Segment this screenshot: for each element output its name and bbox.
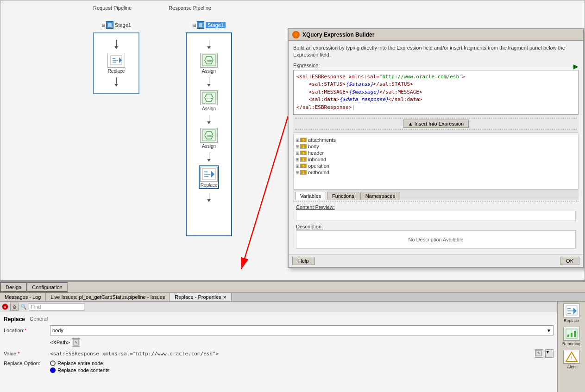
replace-sidebar-btn[interactable]: Replace — [563, 303, 580, 323]
response-pipeline-label: Response Pipeline — [169, 5, 211, 11]
svg-text:⟹: ⟹ — [207, 96, 212, 101]
assign2-node[interactable]: ⟹ Assign — [200, 90, 218, 111]
location-select[interactable]: body ▼ — [50, 325, 554, 335]
insert-into-expression-button[interactable]: ▲ Insert Into Expression — [403, 120, 469, 128]
stage1-response-icon — [197, 21, 204, 29]
assign1-node[interactable]: ⟹ Assign — [200, 53, 218, 74]
tree-item-header[interactable]: ⊞ $ header — [296, 150, 576, 156]
value-text: <sal:ESBResponse xmlns:sal="http://www.o… — [50, 351, 533, 357]
arrows-overlay — [0, 0, 288, 278]
general-subtitle: General — [30, 316, 48, 322]
svg-text:⟹: ⟹ — [207, 134, 212, 138]
tree-item-operation[interactable]: ⊞ $ operation — [296, 163, 576, 169]
xpath-label: <XPath> — [50, 340, 70, 345]
stage1-icon — [106, 21, 113, 29]
reporting-sidebar-label: Reporting — [562, 341, 580, 346]
assign3-label: Assign — [202, 144, 216, 149]
replace-option-label: Replace Option: — [4, 360, 50, 366]
tab-variables[interactable]: Variables — [295, 192, 326, 200]
xquery-description: Build an expression by typing directly i… — [293, 44, 579, 59]
replace2-node[interactable]: Replace — [199, 165, 219, 189]
tab-replace-properties[interactable]: Replace - Properties ✕ — [170, 293, 231, 301]
xquery-title: XQuery Expression Builder — [302, 32, 374, 38]
stage1-label: Stage1 — [115, 22, 131, 28]
stop-button[interactable]: ● — [2, 303, 8, 310]
value-label: Value:* — [4, 351, 50, 356]
tab-live-issues[interactable]: Live Issues: pl_oa_getCardStatus.pipelin… — [46, 293, 170, 301]
value-edit-button[interactable]: ✎ — [535, 349, 543, 358]
replace-sidebar-label: Replace — [564, 318, 579, 323]
svg-rect-23 — [571, 333, 572, 337]
stage1-expand[interactable]: ⊟ — [101, 23, 105, 28]
description-label: Description: — [296, 224, 576, 229]
tree-item-attachments[interactable]: ⊞ $ attachments — [296, 137, 576, 143]
value-dropdown-button[interactable]: ▼ — [545, 349, 554, 358]
svg-text:⟹: ⟹ — [207, 59, 212, 63]
svg-text:✎: ✎ — [537, 351, 541, 355]
replace2-label: Replace — [201, 183, 218, 188]
expression-label: Expression: — [293, 63, 320, 68]
help-button[interactable]: Help — [292, 257, 315, 265]
svg-rect-22 — [567, 335, 569, 337]
ok-button[interactable]: OK — [560, 257, 579, 265]
tab-namespaces[interactable]: Namespaces — [360, 192, 400, 200]
stage1-response-label: Stage1 — [206, 22, 226, 28]
svg-line-14 — [241, 102, 288, 269]
xquery-panel: XQuery Expression Builder Build an expre… — [288, 28, 584, 268]
request-pipeline-label: Request Pipeline — [93, 5, 132, 11]
tree-item-inbound[interactable]: ⊞ $ inbound — [296, 157, 576, 162]
replace-label: Replace — [108, 69, 125, 74]
tree-item-outbound[interactable]: ⊞ $ outbound — [296, 170, 576, 175]
location-label: Location:* — [4, 328, 50, 333]
alert-sidebar-label: Alert — [567, 365, 576, 369]
xpath-edit-button[interactable]: ✎ — [72, 338, 80, 347]
stage1-response-expand[interactable]: ⊟ — [192, 23, 196, 28]
assign1-label: Assign — [202, 69, 216, 74]
clear-button[interactable]: ⊘ — [10, 303, 19, 311]
tab-messages-log[interactable]: Messages - Log — [0, 293, 46, 301]
svg-text:✎: ✎ — [74, 341, 77, 345]
reporting-sidebar-btn[interactable]: Reporting — [562, 327, 580, 346]
assign2-label: Assign — [202, 106, 216, 111]
svg-rect-24 — [574, 331, 576, 337]
fragment-tree: ⊞ $ attachments ⊞ $ body ⊞ $ header — [293, 134, 579, 190]
run-button[interactable]: ▶ — [573, 63, 579, 70]
tab-design[interactable]: Design — [0, 282, 26, 292]
find-input[interactable] — [29, 303, 84, 310]
tab-configuration[interactable]: Configuration — [26, 282, 67, 292]
radio-node-contents[interactable]: Replace node contents — [50, 367, 110, 373]
tab-close-icon[interactable]: ✕ — [223, 295, 226, 300]
xquery-icon — [292, 31, 300, 38]
content-preview-label: Content Preview: — [296, 204, 576, 210]
radio-entire-node[interactable]: Replace entire node — [50, 360, 110, 366]
replace-title: Replace — [4, 316, 25, 322]
tree-item-body[interactable]: ⊞ $ body — [296, 144, 576, 149]
svg-text:!: ! — [571, 356, 572, 361]
alert-sidebar-btn[interactable]: ! Alert — [563, 350, 580, 369]
assign3-node[interactable]: ⟹ Assign — [200, 128, 218, 149]
tab-functions[interactable]: Functions — [327, 192, 359, 200]
search-icon: 🔍 — [20, 304, 27, 310]
description-box: No Description Available — [296, 230, 576, 249]
expression-area[interactable]: <sal:ESBResponse xmlns:sal="http://www.o… — [293, 70, 579, 115]
replace-node-request[interactable]: Replace — [107, 53, 125, 74]
content-preview-box — [296, 211, 576, 221]
